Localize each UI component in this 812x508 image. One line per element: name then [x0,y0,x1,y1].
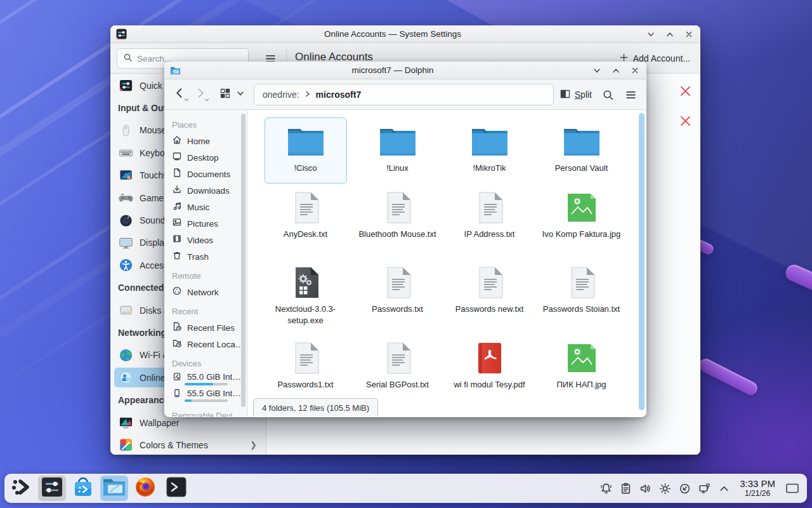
places-item-recent-files[interactable]: Recent Files [164,319,247,336]
file-item[interactable]: Nextcloud-3.0.3-setup.exe [265,258,347,334]
dolphin-icon [102,476,126,500]
taskbar-firefox[interactable] [131,476,159,501]
file-item[interactable]: ПИК НАП.jpg [540,334,623,406]
places-item-55-0-gib-int-[interactable]: 55.0 GiB Int… [164,371,247,388]
close-button[interactable] [684,30,693,39]
places-section-header: Recent [164,303,247,319]
close-button[interactable] [631,67,639,75]
accessibility-icon [118,258,133,273]
text-icon [384,187,412,224]
phone-icon [172,388,182,401]
places-item-network[interactable]: Network [164,284,247,300]
file-item[interactable]: Serial BGPost.txt [357,334,439,406]
network-tray-icon[interactable] [695,479,714,498]
taskbar-app-launcher[interactable] [7,476,35,501]
sidebar-item-colors-themes[interactable]: Colors & Themes❯ [110,434,266,455]
taskbar-discover[interactable] [69,476,97,501]
file-grid: !Cisco!Linux!MikroTikPersonal VaultAnyDe… [259,117,627,406]
text-icon [292,338,320,375]
file-item[interactable]: Bluethooth Mouse.txt [357,184,439,258]
places-item-downloads[interactable]: Downloads [164,182,247,199]
minimize-button[interactable] [593,67,601,75]
places-item-desktop[interactable]: Desktop [164,149,247,166]
view-scrollbar[interactable] [639,113,645,410]
places-item-music[interactable]: Music [164,199,247,215]
hamburger-menu-icon[interactable] [621,85,640,104]
search-button[interactable] [598,85,617,104]
file-name: IP Address.txt [464,229,515,240]
file-item[interactable]: Personal Vault [540,117,623,184]
show-desktop-button[interactable] [783,479,802,498]
file-item[interactable]: Passwords Stoian.txt [540,258,623,334]
volume-icon[interactable] [636,479,655,498]
remove-account-button[interactable] [679,114,691,127]
file-item[interactable]: !Cisco [265,117,347,184]
file-item[interactable]: IP Address.txt [449,184,531,258]
gamepad-icon [118,190,133,206]
view-mode-button[interactable] [217,85,233,104]
clipboard-icon[interactable] [617,479,635,498]
location-bar[interactable]: onedrive: microsoft7 [254,84,554,105]
breadcrumb-root[interactable]: onedrive: [263,90,299,100]
brightness-icon[interactable] [656,479,674,498]
search-icon [123,53,133,64]
taskbar-dolphin[interactable] [100,476,128,501]
mouse-icon [118,123,133,138]
wallpaper-icon [118,415,133,431]
image-icon [565,187,598,224]
places-item-home[interactable]: Home [164,133,247,149]
remove-account-button[interactable] [679,84,691,97]
chevron-right-icon: ❯ [250,440,257,450]
places-item-videos[interactable]: Videos [164,232,247,248]
forward-button[interactable] [192,85,208,104]
minimize-button[interactable] [646,30,655,39]
places-item-documents[interactable]: Documents [164,166,247,182]
file-item[interactable]: wi fi modul Tesy.pdf [449,334,531,406]
file-name: Passwords new.txt [455,304,524,315]
file-item[interactable]: !Linux [357,117,439,184]
taskbar-konsole[interactable] [162,476,190,501]
places-item-recent-loca-[interactable]: Recent Loca… [164,336,247,352]
device-notifier-icon[interactable] [676,479,694,498]
file-name: !Linux [386,163,409,174]
settings-titlebar[interactable]: Online Accounts — System Settings [110,25,700,43]
file-item[interactable]: !MikroTik [449,117,531,184]
file-item[interactable]: Passwords.txt [357,258,439,334]
network-icon [172,286,182,298]
file-item[interactable]: Passwords1.txt [265,334,347,406]
disks-icon [118,303,133,318]
breadcrumb-separator-icon [304,89,311,100]
places-item-trash[interactable]: Trash [164,248,247,265]
notifications-icon[interactable] [597,479,615,498]
file-name: !MikroTik [473,163,506,174]
breadcrumb-current[interactable]: microsoft7 [316,90,362,100]
online-accounts-icon [118,370,133,385]
places-item-55-5-gib-int-[interactable]: 55.5 GiB Int… [164,388,247,404]
places-scrollbar[interactable] [241,114,246,407]
text-icon [384,338,412,375]
file-item[interactable]: Ivo Komp Faktura.jpg [540,184,623,258]
file-name: Ivo Komp Faktura.jpg [542,229,621,240]
trash-icon [172,250,182,263]
pictures-icon [172,217,182,230]
settings-window-title: Online Accounts — System Settings [148,29,637,39]
dolphin-titlebar[interactable]: microsoft7 — Dolphin [164,62,646,79]
expand-tray-icon[interactable] [715,479,733,498]
places-section-header: Removable Devi… [164,407,247,417]
system-settings-icon [116,29,127,39]
view-mode-dropdown[interactable] [235,85,246,104]
file-item[interactable]: Passwords new.txt [449,258,531,334]
maximize-button[interactable] [665,30,674,39]
maximize-button[interactable] [612,67,620,75]
split-button[interactable]: Split [557,85,594,104]
videos-icon [172,234,182,246]
device-usage-bar [185,399,228,402]
places-item-pictures[interactable]: Pictures [164,215,247,232]
settings-app-icon [41,476,63,501]
file-name: Passwords.txt [372,304,423,315]
back-button[interactable] [171,85,188,104]
launcher-icon [10,476,32,500]
taskbar-system-settings[interactable] [38,476,66,501]
clock[interactable]: 3:33 PM 1/21/26 [740,479,775,498]
file-item[interactable]: AnyDesk.txt [265,184,347,258]
